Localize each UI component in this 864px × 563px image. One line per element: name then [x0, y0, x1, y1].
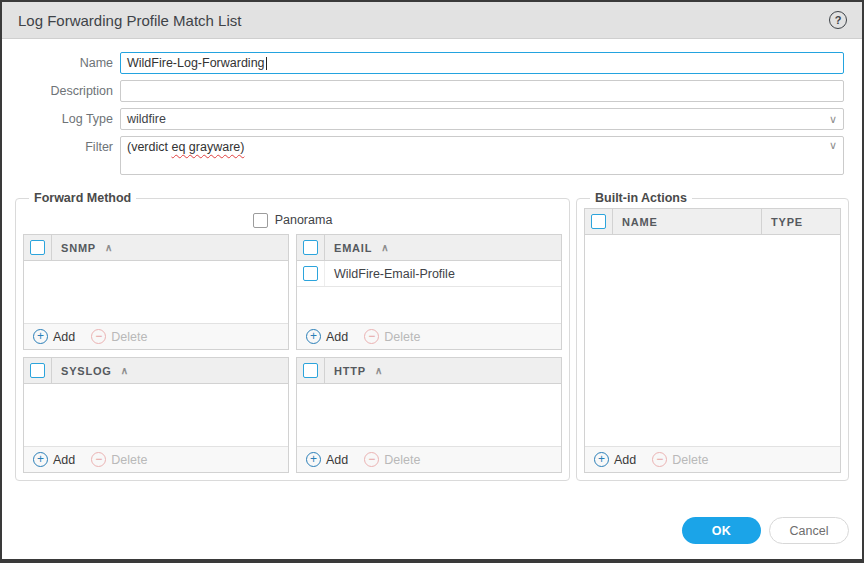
email-panel-header: EMAIL ∧ [297, 235, 561, 261]
ok-button[interactable]: OK [682, 517, 761, 544]
syslog-panel-header: SYSLOG ∧ [24, 358, 288, 384]
form-fields: Name WildFire-Log-Forwarding Description… [2, 39, 862, 181]
filter-input[interactable]: (verdict eq grayware) ∨ [120, 136, 844, 175]
syslog-panel-title: SYSLOG [61, 365, 112, 377]
built-in-actions-table-header: NAME TYPE [585, 209, 840, 235]
syslog-add-button[interactable]: + Add [33, 452, 75, 467]
add-icon: + [33, 452, 48, 467]
column-header-name[interactable]: NAME [613, 209, 762, 234]
delete-icon: − [652, 452, 667, 467]
http-header-cell [297, 358, 325, 383]
http-panel-title: HTTP [334, 365, 366, 377]
chevron-down-icon: ∨ [829, 140, 837, 151]
log-type-label: Log Type [2, 108, 120, 130]
log-type-row: Log Type wildfire ∨ [2, 108, 844, 130]
description-input[interactable] [120, 80, 844, 102]
add-icon: + [306, 452, 321, 467]
chevron-up-icon[interactable]: ∧ [105, 242, 112, 253]
http-delete-button[interactable]: − Delete [364, 452, 420, 467]
built-in-actions-header-cell [585, 209, 613, 234]
email-panel-footer: + Add − Delete [297, 323, 561, 349]
email-add-button[interactable]: + Add [306, 329, 348, 344]
name-row: Name WildFire-Log-Forwarding [2, 52, 844, 74]
syslog-panel-footer: + Add − Delete [24, 446, 288, 472]
snmp-panel-body [24, 261, 288, 323]
filter-value-plain: (verdict [127, 140, 168, 154]
description-label: Description [2, 80, 120, 102]
filter-label: Filter [2, 136, 120, 158]
built-in-actions-footer: + Add − Delete [585, 446, 840, 472]
email-delete-button[interactable]: − Delete [364, 329, 420, 344]
http-panel: HTTP ∧ + Add − Delete [296, 357, 562, 473]
email-profile-row[interactable]: WildFire-Email-Profile [297, 261, 561, 287]
main-area: Forward Method Panorama SNMP ∧ [2, 191, 862, 481]
snmp-panel: SNMP ∧ + Add − Delete [23, 234, 289, 350]
name-input[interactable]: WildFire-Log-Forwarding [120, 52, 844, 74]
snmp-add-button[interactable]: + Add [33, 329, 75, 344]
snmp-panel-footer: + Add − Delete [24, 323, 288, 349]
email-profile-name: WildFire-Email-Profile [334, 267, 455, 281]
built-in-actions-select-all-checkbox[interactable] [591, 214, 606, 229]
syslog-panel: SYSLOG ∧ + Add − Delete [23, 357, 289, 473]
email-panel: EMAIL ∧ WildFire-Email-Profile [296, 234, 562, 350]
http-panel-footer: + Add − Delete [297, 446, 561, 472]
filter-row: Filter (verdict eq grayware) ∨ [2, 136, 844, 175]
log-forwarding-match-list-dialog: Log Forwarding Profile Match List ? Name… [0, 0, 864, 563]
add-icon: + [306, 329, 321, 344]
dialog-footer: OK Cancel [2, 517, 862, 544]
snmp-delete-button[interactable]: − Delete [91, 329, 147, 344]
delete-icon: − [364, 329, 379, 344]
built-in-actions-table: NAME TYPE + Add − Delete [584, 208, 841, 473]
add-icon: + [33, 329, 48, 344]
panorama-label: Panorama [275, 213, 333, 227]
dialog-title: Log Forwarding Profile Match List [18, 12, 241, 29]
help-icon[interactable]: ? [829, 11, 847, 29]
http-select-all-checkbox[interactable] [303, 363, 318, 378]
email-panel-body: WildFire-Email-Profile [297, 261, 561, 323]
filter-value-misspelled: eq grayware) [171, 140, 244, 154]
snmp-panel-title: SNMP [61, 242, 96, 254]
delete-icon: − [91, 329, 106, 344]
add-icon: + [594, 452, 609, 467]
chevron-up-icon[interactable]: ∧ [375, 365, 382, 376]
chevron-down-icon: ∨ [829, 114, 837, 125]
dialog-titlebar: Log Forwarding Profile Match List ? [2, 2, 862, 39]
snmp-panel-header: SNMP ∧ [24, 235, 288, 261]
forward-method-legend: Forward Method [29, 191, 136, 205]
name-label: Name [2, 52, 120, 74]
syslog-select-all-checkbox[interactable] [30, 363, 45, 378]
delete-icon: − [91, 452, 106, 467]
syslog-delete-button[interactable]: − Delete [91, 452, 147, 467]
built-in-actions-section: Built-in Actions NAME TYPE + Add [576, 191, 849, 481]
text-cursor [266, 57, 267, 70]
snmp-select-all-checkbox[interactable] [30, 240, 45, 255]
chevron-up-icon[interactable]: ∧ [121, 365, 128, 376]
forward-method-panels: SNMP ∧ + Add − Delete [23, 234, 562, 473]
http-add-button[interactable]: + Add [306, 452, 348, 467]
syslog-panel-body [24, 384, 288, 446]
built-in-actions-legend: Built-in Actions [590, 191, 692, 205]
chevron-up-icon[interactable]: ∧ [381, 242, 388, 253]
forward-method-section: Forward Method Panorama SNMP ∧ [15, 191, 570, 481]
name-value: WildFire-Log-Forwarding [127, 56, 265, 70]
email-select-all-checkbox[interactable] [303, 240, 318, 255]
built-in-actions-table-body [585, 235, 840, 446]
delete-icon: − [364, 452, 379, 467]
email-header-cell [297, 235, 325, 260]
filter-value: (verdict eq grayware) [127, 140, 244, 154]
column-header-type[interactable]: TYPE [762, 209, 840, 234]
syslog-header-cell [24, 358, 52, 383]
http-panel-header: HTTP ∧ [297, 358, 561, 384]
cancel-button[interactable]: Cancel [769, 517, 849, 544]
panorama-row: Panorama [23, 206, 562, 234]
log-type-value: wildfire [127, 112, 166, 126]
panorama-checkbox[interactable] [253, 213, 268, 228]
snmp-header-cell [24, 235, 52, 260]
email-row-cell [297, 261, 325, 286]
email-profile-checkbox[interactable] [303, 266, 318, 281]
email-panel-title: EMAIL [334, 242, 372, 254]
built-in-actions-add-button[interactable]: + Add [594, 452, 636, 467]
built-in-actions-delete-button[interactable]: − Delete [652, 452, 708, 467]
http-panel-body [297, 384, 561, 446]
log-type-dropdown[interactable]: wildfire ∨ [120, 108, 844, 130]
